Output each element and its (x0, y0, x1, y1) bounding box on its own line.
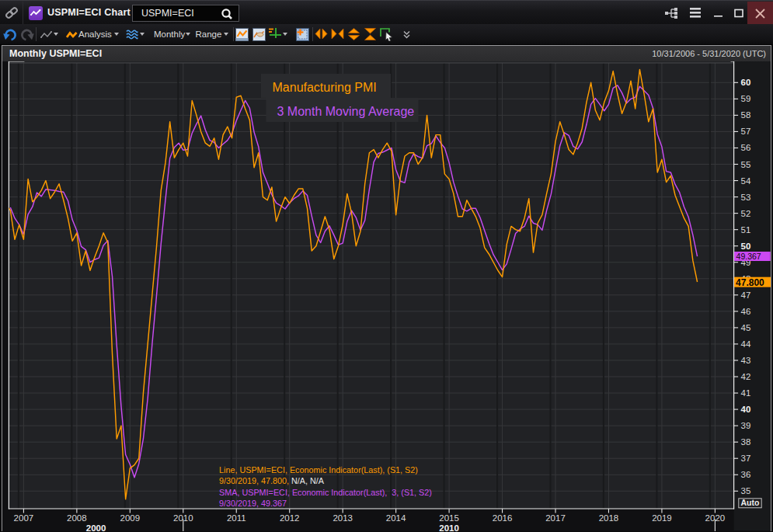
axis-settings-dropdown[interactable] (283, 33, 287, 36)
y-tick-label: 53 (741, 193, 751, 202)
analysis-icon[interactable] (66, 30, 78, 40)
y-tick-label: 54 (741, 176, 751, 186)
chart-app-icon (29, 6, 43, 20)
x-tick-label: 2007 (14, 513, 34, 523)
x-tick-label: 2017 (545, 513, 566, 523)
legend-series1[interactable]: Manufacturing PMI (273, 81, 377, 94)
x-tick-label: 2014 (386, 513, 406, 523)
y-tick-label: 41 (741, 388, 751, 398)
y-tick-label: 38 (741, 437, 751, 447)
analysis-dropdown[interactable] (114, 33, 119, 36)
maximize-button[interactable] (729, 2, 750, 25)
range-dropdown[interactable] (224, 33, 228, 36)
price-label-sma-value: 49.367 (736, 252, 761, 261)
zoom-select-icon[interactable] (380, 28, 395, 41)
chart-snapshot-icon[interactable] (252, 28, 266, 41)
window-title: USPMI=ECI Chart (47, 7, 131, 18)
chart-pane-header[interactable]: Monthly USPMI=ECI 10/31/2006 - 5/31/2020… (2, 46, 771, 61)
redo-icon[interactable] (20, 27, 34, 41)
chart-type-icon[interactable] (235, 28, 249, 41)
x-tick-label: 2018 (599, 513, 619, 523)
auto-scale-button[interactable]: Auto (741, 498, 760, 507)
legend-series2[interactable]: 3 Month Moving Average (277, 105, 415, 118)
compress-vertical-icon[interactable] (364, 28, 377, 40)
y-tick-label: 42 (741, 372, 751, 381)
expand-vertical-icon[interactable] (347, 28, 360, 40)
annotation-sma-values: 9/30/2019, 49.367 (219, 499, 287, 508)
add-pane-icon[interactable] (296, 28, 309, 41)
y-tick-label: 56 (741, 143, 751, 152)
chart-toolbar: Analysis Monthly Range (0, 24, 773, 45)
wave-analysis-icon[interactable] (126, 29, 138, 40)
y-tick-label: 55 (741, 160, 751, 169)
toolbar-more-icon[interactable] (402, 30, 412, 40)
x-tick-label: 2012 (280, 513, 300, 523)
y-tick-label: 35 (741, 486, 751, 495)
y-tick-label: 37 (741, 454, 751, 463)
y-tick-label: 59 (741, 94, 751, 103)
date-range: 10/31/2006 - 5/31/2020 (UTC) (652, 49, 766, 58)
symbol-search-box[interactable]: USPMI=ECI (132, 5, 239, 22)
axis-settings-icon[interactable] (268, 27, 282, 41)
y-tick-label: 43 (741, 356, 751, 365)
y-tick-label: 46 (741, 307, 751, 316)
x-tick-label: 2010 (173, 513, 193, 523)
minimize-button[interactable] (708, 2, 729, 25)
y-tick-label: 47 (741, 290, 751, 300)
x-tick-label: 2016 (493, 513, 513, 523)
chart-zigzag-icon (29, 6, 43, 20)
line-style-icon[interactable] (40, 30, 53, 40)
pane-title: Monthly USPMI=ECI (9, 48, 102, 59)
interval-dropdown[interactable] (186, 33, 190, 36)
annotation-line-series: Line, USPMI=ECI, Economic Indicator(Last… (219, 465, 418, 475)
x-tick-label: 2013 (333, 513, 353, 523)
close-button[interactable] (747, 2, 773, 25)
y-tick-label: 44 (741, 339, 751, 349)
search-icon[interactable] (220, 7, 234, 21)
application-window: USPMI=ECI Chart USPMI=ECI (0, 0, 773, 532)
annotation-line-values: 9/30/2019, 47.800, N/A, N/A (219, 476, 325, 485)
y-axis-strip[interactable] (734, 61, 771, 530)
range-label: Range (196, 30, 222, 39)
x-tick-label: 2009 (120, 513, 141, 523)
analysis-label: Analysis (78, 30, 112, 39)
x-tick-label: 2020 (705, 513, 726, 523)
linked-windows-icon[interactable] (664, 7, 679, 19)
close-icon (755, 9, 765, 19)
y-tick-label: 51 (741, 225, 751, 235)
symbol-search-value[interactable]: USPMI=ECI (141, 8, 194, 19)
x-tick-label: 2008 (67, 513, 87, 523)
range-menu[interactable]: Range (196, 24, 222, 44)
analysis-menu[interactable]: Analysis (78, 24, 112, 44)
y-tick-label: 50 (741, 242, 751, 251)
chart-panel: Monthly USPMI=ECI 10/31/2006 - 5/31/2020… (2, 45, 771, 531)
y-tick-label: 36 (741, 470, 751, 479)
menu-icon[interactable] (690, 8, 702, 18)
y-tick-label: 58 (741, 110, 751, 120)
line-style-dropdown[interactable] (54, 33, 58, 36)
expand-horizontal-icon[interactable] (315, 28, 328, 40)
x-tick-label: 2015 (439, 513, 459, 523)
minimize-icon (714, 9, 723, 18)
y-tick-label: 60 (741, 78, 751, 87)
plot-background[interactable] (9, 61, 733, 509)
x-tick-label: 2019 (652, 513, 672, 523)
y-tick-label: 52 (741, 209, 751, 218)
link-icon (0, 2, 23, 24)
compress-horizontal-icon[interactable] (331, 28, 344, 40)
y-tick-label: 45 (741, 323, 751, 332)
x-tick-label: 2011 (227, 513, 246, 523)
annotation-sma-series: SMA, USPMI=ECI, Economic Indicator(Last)… (219, 488, 432, 497)
y-tick-label: 57 (741, 127, 751, 136)
link-channel-zone[interactable] (0, 2, 23, 24)
chart-plot-area[interactable]: 3536373839404142434445464748495051525354… (2, 61, 771, 531)
maximize-icon (734, 9, 744, 18)
undo-icon[interactable] (3, 27, 17, 41)
wave-dropdown[interactable] (140, 33, 145, 36)
decade-label: 2010 (439, 523, 459, 532)
title-bar: USPMI=ECI Chart USPMI=ECI (0, 0, 773, 24)
y-tick-label: 40 (741, 405, 751, 414)
price-label-line-value: 47.800 (736, 277, 764, 288)
interval-label: Monthly (154, 30, 185, 39)
interval-menu[interactable]: Monthly (154, 24, 185, 44)
